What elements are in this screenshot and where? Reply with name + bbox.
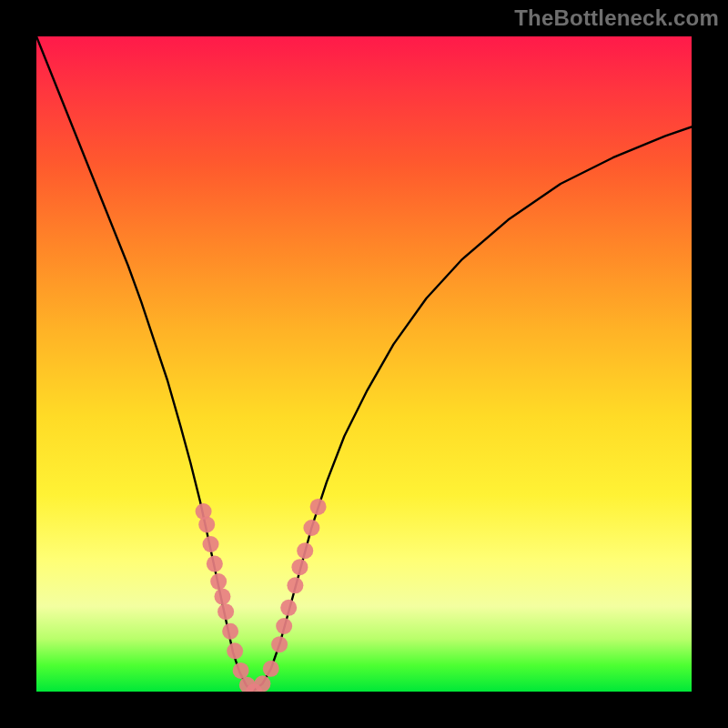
marker-dot bbox=[291, 559, 308, 575]
marker-dot bbox=[210, 573, 227, 590]
chart-frame: TheBottleneck.com bbox=[0, 0, 728, 728]
marker-dot bbox=[222, 623, 238, 640]
chart-svg bbox=[36, 36, 692, 692]
marker-dot bbox=[254, 675, 270, 692]
curve-right bbox=[253, 126, 692, 692]
marker-dot bbox=[271, 636, 288, 652]
marker-dot bbox=[280, 600, 297, 616]
marker-dot bbox=[198, 516, 215, 532]
marker-dot bbox=[310, 499, 327, 515]
marker-dot bbox=[287, 577, 303, 593]
watermark-text: TheBottleneck.com bbox=[514, 5, 719, 31]
marker-dot bbox=[303, 520, 319, 536]
marker-dot bbox=[217, 603, 234, 620]
marker-dot bbox=[207, 556, 223, 572]
marker-dot bbox=[233, 662, 249, 679]
marker-dot bbox=[276, 618, 292, 634]
plot-area bbox=[36, 36, 692, 692]
marker-dot bbox=[263, 661, 279, 677]
marker-dot bbox=[297, 542, 313, 559]
marker-dot bbox=[227, 642, 243, 659]
marker-dot bbox=[214, 589, 230, 605]
marker-dot bbox=[203, 536, 219, 552]
